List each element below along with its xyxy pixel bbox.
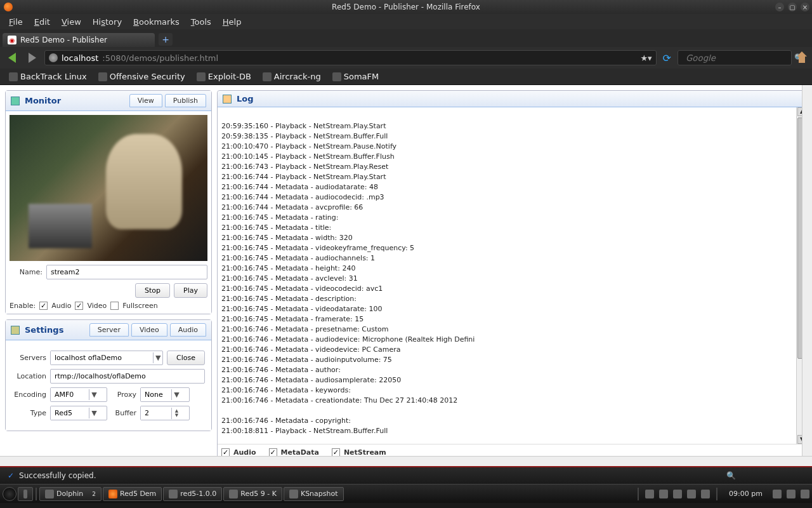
- log-icon: [223, 95, 232, 104]
- location-input[interactable]: [50, 369, 205, 384]
- tray-icon[interactable]: [645, 490, 654, 498]
- menu-bar: File Edit View History Bookmarks Tools H…: [0, 14, 812, 29]
- tab-server[interactable]: Server: [89, 323, 129, 337]
- back-button[interactable]: [4, 50, 20, 66]
- stream-name-input[interactable]: [46, 265, 207, 279]
- taskbar-item-red5[interactable]: red5-1.0.0: [163, 487, 222, 501]
- tab-audio[interactable]: Audio: [170, 323, 206, 337]
- type-label: Type: [12, 409, 46, 417]
- start-button[interactable]: [3, 487, 16, 501]
- type-combo[interactable]: ▼: [50, 406, 107, 420]
- page-horizontal-scrollbar[interactable]: [0, 456, 812, 466]
- settings-panel: Settings Server Video Audio Servers ▼ Cl…: [5, 319, 212, 431]
- buffer-label: Buffer: [111, 409, 136, 417]
- tray-icon[interactable]: [701, 490, 710, 498]
- taskbar-item-red5-9[interactable]: Red5 9 - K: [223, 487, 282, 501]
- search-box[interactable]: 🔍: [678, 50, 792, 65]
- bookmark-icon: [197, 72, 206, 81]
- chevron-down-icon[interactable]: ▼: [89, 389, 99, 400]
- reload-button[interactable]: ⟳: [660, 52, 674, 64]
- tray-icon[interactable]: [673, 490, 682, 498]
- taskbar: Dolphin2 Red5 Dem red5-1.0.0 Red5 9 - K …: [0, 484, 812, 503]
- play-button[interactable]: Play: [174, 283, 207, 298]
- audio-checkbox[interactable]: ✓: [39, 302, 48, 310]
- taskbar-item-ksnapshot[interactable]: KSnapshot: [284, 487, 344, 501]
- chevron-down-icon[interactable]: ▼: [89, 408, 99, 418]
- close-window-button[interactable]: ×: [801, 3, 809, 11]
- enable-label: Enable:: [10, 302, 36, 310]
- bookmark-icon: [98, 72, 107, 81]
- firefox-icon: [108, 490, 117, 498]
- window-title: Red5 Demo - Publisher - Mozilla Firefox: [332, 3, 480, 11]
- url-path: :5080/demos/publisher.html: [102, 53, 218, 63]
- system-tray: 09:00 pm: [636, 488, 809, 500]
- menu-view[interactable]: View: [56, 16, 86, 28]
- menu-history[interactable]: History: [88, 16, 127, 28]
- forward-button[interactable]: [24, 50, 41, 66]
- taskbar-item-firefox[interactable]: Red5 Dem: [103, 487, 162, 501]
- encoding-combo[interactable]: ▼: [50, 387, 107, 402]
- chevron-down-icon[interactable]: ▼: [171, 389, 181, 400]
- video-preview: [10, 115, 207, 261]
- type-input[interactable]: [51, 406, 89, 420]
- video-checkbox[interactable]: ✓: [75, 302, 83, 310]
- tray-icon[interactable]: [787, 490, 796, 498]
- app-icon: [169, 490, 178, 498]
- page-content: Monitor View Publish Name: Stop Play Ena…: [0, 85, 812, 466]
- tab-video[interactable]: Video: [131, 323, 167, 337]
- menu-help[interactable]: Help: [218, 16, 247, 28]
- bookmark-star-icon[interactable]: ★▾: [640, 53, 652, 63]
- buffer-input[interactable]: [141, 406, 171, 420]
- proxy-combo[interactable]: ▼: [140, 387, 190, 402]
- new-tab-button[interactable]: +: [159, 33, 173, 46]
- chevron-down-icon[interactable]: ▼: [153, 352, 162, 363]
- tab-view[interactable]: View: [129, 94, 162, 107]
- menu-file[interactable]: File: [4, 16, 28, 28]
- show-desktop-button[interactable]: [18, 487, 33, 501]
- desktop-icon: [23, 490, 27, 498]
- settings-title: Settings: [25, 325, 63, 335]
- menu-tools[interactable]: Tools: [186, 16, 216, 28]
- bookmark-backtrack[interactable]: BackTrack Linux: [4, 70, 92, 83]
- home-button[interactable]: [796, 51, 808, 64]
- taskbar-item-dolphin[interactable]: Dolphin2: [39, 487, 102, 501]
- stop-button[interactable]: Stop: [135, 283, 170, 298]
- servers-input[interactable]: [51, 351, 153, 364]
- bookmark-icon: [332, 72, 341, 81]
- taskbar-clock[interactable]: 09:00 pm: [724, 490, 768, 498]
- proxy-input[interactable]: [141, 388, 171, 401]
- tray-icon[interactable]: [801, 490, 809, 498]
- tray-icon[interactable]: [659, 490, 668, 498]
- bookmark-aircrack[interactable]: Aircrack-ng: [258, 70, 326, 83]
- zoom-icon[interactable]: 🔍: [726, 471, 736, 480]
- spinner-arrows-icon[interactable]: ▲▼: [171, 408, 181, 419]
- buffer-spinner[interactable]: ▲▼: [140, 406, 190, 420]
- page-vertical-scrollbar[interactable]: [802, 85, 812, 456]
- bookmark-exploit-db[interactable]: Exploit-DB: [192, 70, 256, 83]
- log-lines: 20:59:35:160 - Playback - NetStream.Play…: [221, 122, 475, 435]
- search-input[interactable]: [686, 53, 794, 63]
- tray-icon[interactable]: [773, 490, 782, 498]
- firefox-icon: [4, 3, 13, 11]
- proxy-label: Proxy: [111, 391, 136, 399]
- navigation-toolbar: localhost:5080/demos/publisher.html ★▾ ⟳…: [0, 47, 812, 69]
- minimize-button[interactable]: –: [775, 3, 784, 11]
- maximize-button[interactable]: ▢: [788, 3, 797, 11]
- close-button[interactable]: Close: [167, 351, 205, 365]
- menu-bookmarks[interactable]: Bookmarks: [128, 16, 185, 28]
- fullscreen-checkbox[interactable]: [110, 302, 119, 310]
- encoding-input[interactable]: [51, 388, 89, 401]
- bookmark-somafm[interactable]: SomaFM: [327, 70, 384, 83]
- monitor-title: Monitor: [25, 96, 61, 105]
- tab-title: Red5 Demo - Publisher: [20, 36, 107, 44]
- url-field[interactable]: localhost:5080/demos/publisher.html ★▾: [44, 50, 657, 65]
- tab-publish[interactable]: Publish: [165, 94, 206, 107]
- browser-tab[interactable]: ◉ Red5 Demo - Publisher: [3, 33, 155, 47]
- tray-icon[interactable]: [687, 490, 696, 498]
- location-label: Location: [12, 372, 46, 380]
- app-icon: [45, 490, 54, 498]
- monitor-panel: Monitor View Publish Name: Stop Play Ena…: [5, 90, 212, 314]
- servers-combo[interactable]: ▼: [50, 351, 163, 365]
- menu-edit[interactable]: Edit: [29, 16, 55, 28]
- bookmark-offensive-security[interactable]: Offensive Security: [93, 70, 190, 83]
